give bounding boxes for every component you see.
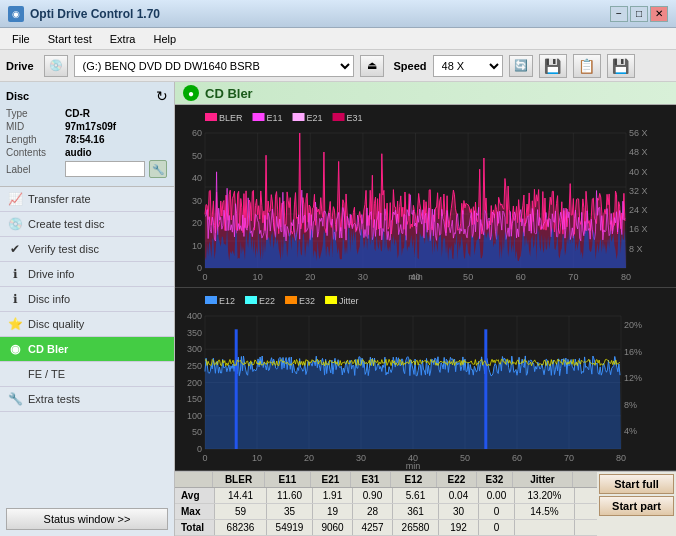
max-e31: 28 (353, 504, 393, 519)
menu-start-test[interactable]: Start test (40, 31, 100, 47)
cd-bler-icon: ◉ (8, 342, 22, 356)
sidebar-item-disc-info[interactable]: ℹ Disc info (0, 287, 174, 312)
bler-canvas (175, 105, 676, 288)
sidebar-item-cd-bler[interactable]: ◉ CD Bler (0, 337, 174, 362)
mid-value: 97m17s09f (65, 121, 116, 132)
total-e11: 54919 (267, 520, 313, 535)
sidebar: Disc ↻ Type CD-R MID 97m17s09f Length 78… (0, 82, 175, 536)
avg-label: Avg (175, 488, 215, 503)
type-label: Type (6, 108, 61, 119)
toolbar-btn1[interactable]: 💾 (539, 54, 567, 78)
max-e21: 19 (313, 504, 353, 519)
disc-quality-label: Disc quality (28, 318, 84, 330)
stats-header: BLER E11 E21 E31 E12 E22 E32 Jitter (175, 472, 597, 488)
cd-bler-label: CD Bler (28, 343, 68, 355)
total-jitter (515, 520, 575, 535)
drive-eject-btn[interactable]: ⏏ (360, 55, 384, 77)
label-key: Label (6, 164, 61, 175)
verify-disc-label: Verify test disc (28, 243, 99, 255)
menu-bar: File Start test Extra Help (0, 28, 676, 50)
sidebar-item-extra-tests[interactable]: 🔧 Extra tests (0, 387, 174, 412)
total-e22: 192 (439, 520, 479, 535)
mid-label: MID (6, 121, 61, 132)
upper-chart (175, 105, 676, 288)
stats-row-max: Max 59 35 19 28 361 30 0 14.5% (175, 504, 597, 520)
drive-info-label: Drive info (28, 268, 74, 280)
start-full-button[interactable]: Start full (599, 474, 674, 494)
label-btn[interactable]: 🔧 (149, 160, 167, 178)
speed-select[interactable]: 48 X (433, 55, 503, 77)
avg-jitter: 13.20% (515, 488, 575, 503)
drive-icon-btn[interactable]: 💿 (44, 55, 68, 77)
window-controls: − □ ✕ (610, 6, 668, 22)
avg-e31: 0.90 (353, 488, 393, 503)
disc-title: Disc (6, 90, 29, 102)
contents-value: audio (65, 147, 92, 158)
drive-info-icon: ℹ (8, 267, 22, 281)
sidebar-item-create-test-disc[interactable]: 💿 Create test disc (0, 212, 174, 237)
total-e12: 26580 (393, 520, 439, 535)
type-value: CD-R (65, 108, 90, 119)
stats-row-avg: Avg 14.41 11.60 1.91 0.90 5.61 0.04 0.00… (175, 488, 597, 504)
sidebar-item-fe-te[interactable]: FE / TE (0, 362, 174, 387)
chart-header: ● CD Bler (175, 82, 676, 105)
app-title: Opti Drive Control 1.70 (30, 7, 160, 21)
col-e11: E11 (265, 472, 311, 487)
col-e21: E21 (311, 472, 351, 487)
stats-row-total: Total 68236 54919 9060 4257 26580 192 0 (175, 520, 597, 536)
extra-tests-label: Extra tests (28, 393, 80, 405)
max-e11: 35 (267, 504, 313, 519)
status-window-button[interactable]: Status window >> (6, 508, 168, 530)
disc-quality-icon: ⭐ (8, 317, 22, 331)
transfer-rate-icon: 📈 (8, 192, 22, 206)
length-label: Length (6, 134, 61, 145)
create-disc-icon: 💿 (8, 217, 22, 231)
nav-items: 📈 Transfer rate 💿 Create test disc ✔ Ver… (0, 187, 174, 502)
stats-buttons: Start full Start part (597, 472, 676, 536)
drive-label: Drive (6, 60, 34, 72)
length-value: 78:54.16 (65, 134, 104, 145)
speed-label: Speed (394, 60, 427, 72)
extra-tests-icon: 🔧 (8, 392, 22, 406)
lower-chart (175, 288, 676, 471)
maximize-button[interactable]: □ (630, 6, 648, 22)
total-e21: 9060 (313, 520, 353, 535)
menu-file[interactable]: File (4, 31, 38, 47)
disc-refresh-icon[interactable]: ↻ (156, 88, 168, 104)
drive-select[interactable]: (G:) BENQ DVD DD DW1640 BSRB (74, 55, 354, 77)
max-e12: 361 (393, 504, 439, 519)
toolbar-btn3[interactable]: 💾 (607, 54, 635, 78)
avg-e22: 0.04 (439, 488, 479, 503)
charts-area (175, 105, 676, 471)
refresh-btn[interactable]: 🔄 (509, 55, 533, 77)
menu-help[interactable]: Help (145, 31, 184, 47)
sidebar-item-transfer-rate[interactable]: 📈 Transfer rate (0, 187, 174, 212)
fe-te-label: FE / TE (28, 368, 65, 380)
chart-title: CD Bler (205, 86, 253, 101)
minimize-button[interactable]: − (610, 6, 628, 22)
col-e31: E31 (351, 472, 391, 487)
main-area: Disc ↻ Type CD-R MID 97m17s09f Length 78… (0, 82, 676, 536)
sidebar-item-disc-quality[interactable]: ⭐ Disc quality (0, 312, 174, 337)
max-label: Max (175, 504, 215, 519)
max-jitter: 14.5% (515, 504, 575, 519)
sidebar-item-drive-info[interactable]: ℹ Drive info (0, 262, 174, 287)
avg-e12: 5.61 (393, 488, 439, 503)
transfer-rate-label: Transfer rate (28, 193, 91, 205)
avg-e21: 1.91 (313, 488, 353, 503)
col-bler: BLER (213, 472, 265, 487)
title-bar: ◉ Opti Drive Control 1.70 − □ ✕ (0, 0, 676, 28)
contents-label: Contents (6, 147, 61, 158)
total-e32: 0 (479, 520, 515, 535)
max-e22: 30 (439, 504, 479, 519)
disc-info-label: Disc info (28, 293, 70, 305)
sidebar-item-verify-test-disc[interactable]: ✔ Verify test disc (0, 237, 174, 262)
col-empty (175, 472, 213, 487)
col-e32: E32 (477, 472, 513, 487)
menu-extra[interactable]: Extra (102, 31, 144, 47)
toolbar-btn2[interactable]: 📋 (573, 54, 601, 78)
avg-bler: 14.41 (215, 488, 267, 503)
start-part-button[interactable]: Start part (599, 496, 674, 516)
close-button[interactable]: ✕ (650, 6, 668, 22)
label-input[interactable] (65, 161, 145, 177)
